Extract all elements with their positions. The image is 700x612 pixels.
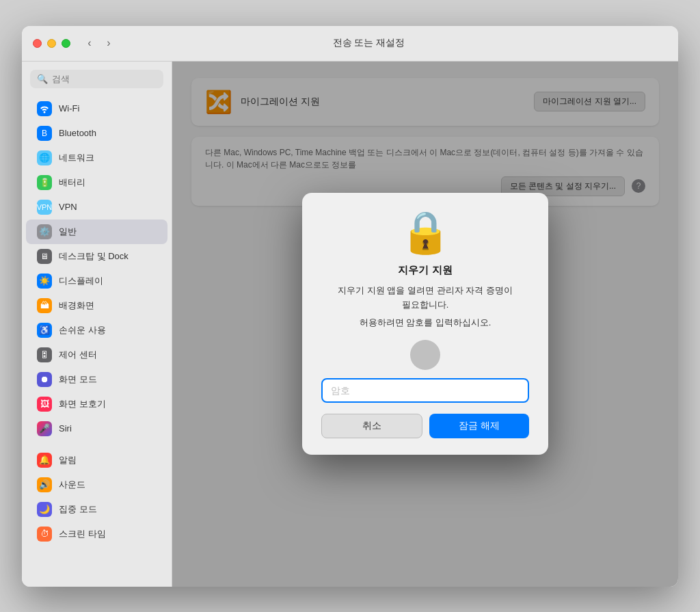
modal-lock-icon: 🔒 (400, 212, 451, 253)
siri-icon: 🎤 (37, 421, 52, 436)
search-icon: 🔍 (37, 74, 48, 84)
wallpaper-icon: 🏔 (37, 298, 52, 313)
sidebar-item-display[interactable]: ☀️ 디스플레이 (26, 269, 167, 293)
sidebar-item-network-label: 네트워크 (59, 152, 94, 164)
notifications-icon: 🔔 (37, 453, 52, 468)
sidebar-item-network[interactable]: 🌐 네트워크 (26, 146, 167, 170)
sidebar-item-siri[interactable]: 🎤 Siri (26, 416, 167, 441)
control-icon: 🎛 (37, 347, 52, 362)
wifi-icon (37, 101, 52, 116)
sidebar-item-screensaver[interactable]: 🖼 화면 보호기 (26, 392, 167, 416)
unlock-button[interactable]: 잠금 해제 (429, 414, 529, 438)
modal-dialog: 🔒 지우기 지원 지우기 지원 앱을 열려면 관리자 자격 증명이 필요합니다.… (302, 193, 548, 455)
sidebar-item-desktop-label: 데스크탑 및 Dock (59, 250, 129, 263)
focus-icon: 🌙 (37, 502, 52, 517)
sidebar-item-general-label: 일반 (59, 226, 77, 238)
sidebar-item-battery[interactable]: 🔋 배터리 (26, 170, 167, 195)
sidebar-item-vpn[interactable]: VPN VPN (26, 195, 167, 219)
modal-title: 지우기 지원 (398, 264, 452, 277)
sidebar-item-sound[interactable]: 🔊 사운드 (26, 473, 167, 497)
sidebar-item-focus[interactable]: 🌙 집중 모드 (26, 497, 167, 522)
sidebar-item-wallpaper[interactable]: 🏔 배경화면 (26, 293, 167, 318)
sidebar-item-sound-label: 사운드 (59, 479, 85, 491)
bluetooth-icon: B (37, 126, 52, 141)
screensaver-icon: 🖼 (37, 397, 52, 412)
close-button[interactable] (33, 39, 42, 48)
sidebar-item-screensaver-label: 화면 보호기 (59, 398, 106, 410)
sidebar-item-bluetooth-label: Bluetooth (59, 128, 96, 138)
screenmode-icon: ⏺ (37, 372, 52, 387)
sidebar-item-vpn-label: VPN (59, 202, 77, 212)
sidebar-item-display-label: 디스플레이 (59, 275, 103, 287)
sidebar-item-control-label: 제어 센터 (59, 349, 97, 361)
battery-icon: 🔋 (37, 175, 52, 190)
sound-icon: 🔊 (37, 477, 52, 492)
titlebar: ‹ › 전송 또는 재설정 (22, 26, 678, 62)
sidebar-item-siri-label: Siri (59, 423, 72, 434)
sidebar-item-focus-label: 집중 모드 (59, 503, 97, 516)
accessibility-icon: ♿ (37, 323, 52, 338)
vpn-icon: VPN (37, 200, 52, 215)
sidebar-item-battery-label: 배터리 (59, 176, 85, 189)
sidebar-item-general[interactable]: ⚙️ 일반 (26, 219, 167, 244)
cancel-button[interactable]: 취소 (321, 414, 422, 438)
screentime-icon: ⏱ (37, 527, 52, 542)
sidebar-item-wallpaper-label: 배경화면 (59, 300, 94, 312)
maximize-button[interactable] (62, 39, 70, 48)
sidebar-item-notifications[interactable]: 🔔 알림 (26, 448, 167, 473)
sidebar-item-screentime-label: 스크린 타임 (59, 528, 106, 540)
desktop-icon: 🖥 (37, 249, 52, 264)
minimize-button[interactable] (47, 39, 56, 48)
sidebar-item-notifications-label: 알림 (59, 454, 77, 466)
modal-overlay: 🔒 지우기 지원 지우기 지원 앱을 열려면 관리자 자격 증명이 필요합니다.… (172, 62, 678, 587)
general-icon: ⚙️ (37, 224, 52, 239)
sidebar-item-bluetooth[interactable]: B Bluetooth (26, 121, 167, 146)
sidebar-item-screenmode[interactable]: ⏺ 화면 모드 (26, 367, 167, 392)
traffic-lights (33, 39, 70, 48)
sidebar-item-screentime[interactable]: ⏱ 스크린 타임 (26, 522, 167, 546)
search-input[interactable] (52, 74, 157, 84)
modal-user-avatar (410, 340, 440, 370)
password-input[interactable] (321, 378, 529, 403)
sidebar-item-screenmode-label: 화면 모드 (59, 373, 97, 386)
modal-description: 지우기 지원 앱을 열려면 관리자 자격 증명이 필요합니다. (338, 284, 513, 312)
sidebar-item-control[interactable]: 🎛 제어 센터 (26, 343, 167, 367)
sidebar: 🔍 Wi-Fi B Bluetooth 🌐 (22, 62, 172, 587)
display-icon: ☀️ (37, 274, 52, 289)
sidebar-item-accessibility-label: 손쉬운 사용 (59, 324, 106, 336)
search-box[interactable]: 🔍 (30, 70, 163, 88)
sidebar-item-wifi-label: Wi-Fi (59, 103, 79, 114)
network-icon: 🌐 (37, 150, 52, 165)
window-title: 전송 또는 재설정 (70, 37, 667, 49)
modal-buttons: 취소 잠금 해제 (321, 414, 529, 438)
sidebar-item-desktop[interactable]: 🖥 데스크탑 및 Dock (26, 244, 167, 269)
main-content: 🔍 Wi-Fi B Bluetooth 🌐 (22, 62, 678, 587)
main-window: ‹ › 전송 또는 재설정 🔍 Wi-Fi B (22, 26, 678, 587)
sidebar-item-wifi[interactable]: Wi-Fi (26, 96, 167, 121)
sidebar-item-accessibility[interactable]: ♿ 손쉬운 사용 (26, 318, 167, 343)
modal-instruction: 허용하려면 암호를 입력하십시오. (360, 317, 492, 329)
right-panel: 🔀 마이그레이션 지원 마이그레이션 지원 열기... 다른 Mac, Wind… (172, 62, 678, 587)
